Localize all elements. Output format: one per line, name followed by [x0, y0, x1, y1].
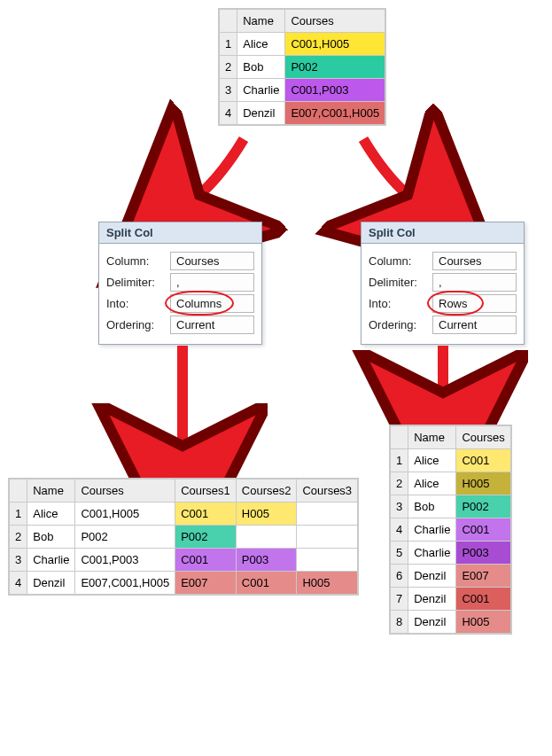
result-rows-grid: Name Courses 1 Alice C001 2 Alice H005 3…: [390, 425, 511, 634]
cell-name: Alice: [408, 449, 456, 472]
col-header: Courses3: [297, 479, 358, 503]
dropdown-column[interactable]: Courses: [432, 252, 517, 270]
cell-courses: C001,P003: [75, 549, 175, 572]
col-courses-header: Courses: [285, 10, 385, 33]
cell-c1: P002: [175, 526, 237, 549]
cell-name: Bob: [237, 56, 285, 79]
cell-courses: C001: [456, 449, 510, 472]
cell-courses: H005: [456, 611, 510, 634]
cell-name: Bob: [27, 526, 75, 549]
cell-courses: H005: [456, 472, 510, 495]
cell-name: Alice: [408, 472, 456, 495]
cell-c3: [297, 503, 358, 526]
cell-courses: E007,C001,H005: [285, 102, 385, 125]
col-header: Courses1: [175, 479, 237, 503]
label-column: Column:: [106, 254, 163, 268]
row-number: 8: [391, 611, 408, 634]
label-into: Into:: [369, 297, 425, 310]
row-number: 2: [391, 472, 408, 495]
table-row: 1 Alice C001: [391, 449, 511, 472]
cell-courses: C001,H005: [75, 503, 175, 526]
table-row: 7 Denzil C001: [391, 588, 511, 611]
cell-c1: E007: [175, 572, 237, 595]
table-row: 4 Denzil E007,C001,H005 E007 C001 H005: [10, 572, 358, 595]
corner: [220, 10, 237, 33]
cell-courses: C001: [456, 588, 510, 611]
dropdown-ordering[interactable]: Current: [170, 316, 254, 334]
table-row: 1 Alice C001,H005: [220, 33, 385, 56]
arrow-icon: [354, 135, 425, 214]
cell-name: Bob: [408, 495, 456, 518]
col-header: Name: [27, 479, 75, 503]
cell-courses: E007,C001,H005: [75, 572, 175, 595]
cell-c2: [236, 526, 297, 549]
table-row: 8 Denzil H005: [391, 611, 511, 634]
input-delimiter[interactable]: ,: [170, 273, 254, 292]
label-delimiter: Delimiter:: [369, 276, 425, 289]
table-row: 5 Charlie P003: [391, 542, 511, 565]
cell-name: Charlie: [237, 79, 285, 102]
table-row: 6 Denzil E007: [391, 565, 511, 588]
dropdown-ordering[interactable]: Current: [432, 316, 517, 334]
row-number: 4: [220, 102, 237, 125]
cell-c3: [297, 526, 358, 549]
table-row: 4 Charlie C001: [391, 518, 511, 542]
dropdown-into[interactable]: Columns: [170, 294, 254, 313]
row-number: 3: [220, 79, 237, 102]
label-delimiter: Delimiter:: [106, 276, 163, 289]
row-number: 4: [10, 572, 27, 595]
result-rows-table: Name Courses 1 Alice C001 2 Alice H005 3…: [390, 425, 511, 634]
row-number: 6: [391, 565, 408, 588]
cell-name: Denzil: [27, 572, 75, 595]
col-header: Courses: [75, 479, 175, 503]
cell-courses: P002: [75, 526, 175, 549]
table-row: 2 Bob P002: [220, 56, 385, 79]
dropdown-into[interactable]: Rows: [432, 294, 517, 313]
row-number: 7: [391, 588, 408, 611]
label-ordering: Ordering:: [369, 318, 425, 331]
row-number: 2: [10, 526, 27, 549]
panel-title: Split Col: [99, 222, 261, 244]
cell-name: Charlie: [408, 542, 456, 565]
cell-name: Denzil: [408, 565, 456, 588]
row-number: 1: [220, 33, 237, 56]
cell-courses: C001,H005: [285, 33, 385, 56]
row-number: 2: [220, 56, 237, 79]
col-name-header: Name: [237, 10, 285, 33]
cell-courses: P002: [456, 495, 510, 518]
cell-name: Denzil: [408, 611, 456, 634]
cell-c2: C001: [236, 572, 297, 595]
cell-name: Denzil: [408, 588, 456, 611]
input-delimiter[interactable]: ,: [432, 273, 517, 292]
label-into: Into:: [106, 297, 163, 310]
corner: [10, 479, 27, 503]
row-number: 1: [391, 449, 408, 472]
cell-name: Charlie: [408, 518, 456, 542]
table-row: 3 Charlie C001,P003: [220, 79, 385, 102]
cell-c3: H005: [297, 572, 358, 595]
col-header: Name: [408, 426, 456, 449]
arrow-icon: [182, 135, 253, 214]
cell-courses: C001: [456, 518, 510, 542]
row-number: 3: [10, 549, 27, 572]
table-row: 3 Bob P002: [391, 495, 511, 518]
split-col-panel-columns: Split Col Column: Courses Delimiter: , I…: [98, 222, 262, 345]
cell-courses: P003: [456, 542, 510, 565]
arrow-icon: [425, 341, 461, 412]
col-header: Courses: [456, 426, 510, 449]
cell-name: Alice: [27, 503, 75, 526]
cell-c1: C001: [175, 503, 237, 526]
cell-name: Alice: [237, 33, 285, 56]
row-number: 3: [391, 495, 408, 518]
corner: [391, 426, 408, 449]
col-header: Courses2: [236, 479, 297, 503]
panel-title: Split Col: [362, 222, 524, 244]
label-column: Column:: [369, 254, 425, 268]
cell-name: Charlie: [27, 549, 75, 572]
cell-c2: H005: [236, 503, 297, 526]
cell-courses: E007: [456, 565, 510, 588]
table-row: 3 Charlie C001,P003 C001 P003: [10, 549, 358, 572]
source-table-grid: Name Courses 1 Alice C001,H005 2 Bob P00…: [219, 9, 385, 125]
row-number: 4: [391, 518, 408, 542]
dropdown-column[interactable]: Courses: [170, 252, 254, 270]
